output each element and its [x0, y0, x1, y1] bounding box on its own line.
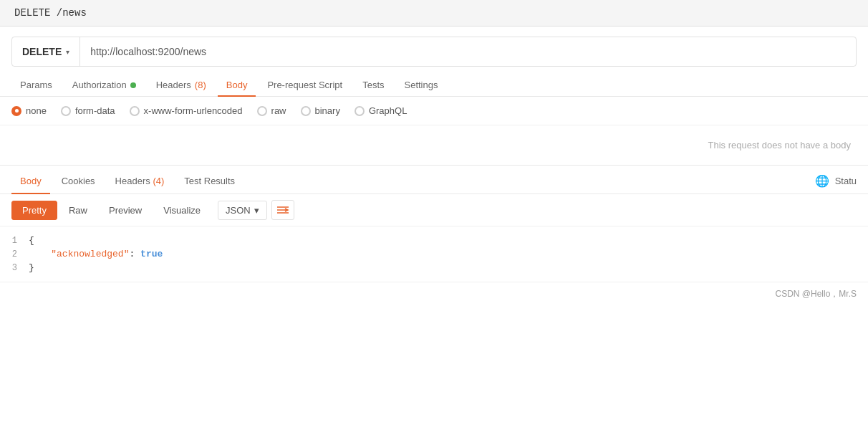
body-type-graphql[interactable]: GraphQL	[355, 105, 407, 116]
resp-tab-right: 🌐 Statu	[815, 174, 857, 188]
json-selector[interactable]: JSON ▾	[218, 201, 267, 220]
body-type-urlencoded[interactable]: x-www-form-urlencoded	[130, 105, 243, 116]
chevron-down-icon: ▾	[254, 205, 259, 216]
body-type-raw[interactable]: raw	[257, 105, 286, 116]
resp-tab-cookies[interactable]: Cookies	[53, 168, 104, 194]
method-selector[interactable]: DELETE ▾	[12, 37, 80, 66]
request-tabs-row: Params Authorization Headers (8) Body Pr…	[0, 74, 868, 97]
visualize-button[interactable]: Visualize	[153, 201, 211, 219]
tab-params[interactable]: Params	[11, 74, 61, 96]
resp-tab-body[interactable]: Body	[11, 168, 50, 194]
tab-pre-request-script[interactable]: Pre-request Script	[259, 74, 351, 96]
body-type-none[interactable]: none	[11, 105, 47, 116]
radio-none	[11, 106, 21, 116]
body-type-row: none form-data x-www-form-urlencoded raw…	[0, 97, 868, 125]
tab-settings[interactable]: Settings	[396, 74, 447, 96]
footer: CSDN @Hello，Mr.S	[0, 282, 868, 306]
empty-body-message: This request does not have a body	[0, 125, 868, 166]
title-bar: DELETE /news	[0, 0, 868, 27]
chevron-down-icon: ▾	[66, 48, 69, 56]
code-line-1: 1 {	[0, 234, 868, 247]
code-area: 1 { 2 "acknowledged": true 3 }	[0, 226, 868, 282]
radio-urlencoded	[130, 106, 140, 116]
tab-body[interactable]: Body	[218, 74, 256, 96]
url-input[interactable]	[80, 46, 856, 57]
radio-binary	[301, 106, 311, 116]
globe-icon[interactable]: 🌐	[815, 174, 829, 188]
radio-raw	[257, 106, 267, 116]
tab-tests[interactable]: Tests	[354, 74, 392, 96]
code-line-3: 3 }	[0, 261, 868, 274]
tab-authorization[interactable]: Authorization	[64, 74, 145, 96]
radio-form-data	[61, 106, 71, 116]
body-type-form-data[interactable]: form-data	[61, 105, 115, 116]
code-line-2: 2 "acknowledged": true	[0, 247, 868, 261]
wrap-lines-button[interactable]	[271, 200, 294, 220]
tab-headers[interactable]: Headers (8)	[148, 74, 215, 96]
response-tabs-row: Body Cookies Headers (4) Test Results 🌐 …	[0, 168, 868, 194]
preview-button[interactable]: Preview	[99, 201, 152, 219]
resp-tab-test-results[interactable]: Test Results	[175, 168, 243, 194]
status-label: Statu	[835, 176, 857, 186]
title-text: DELETE /news	[14, 7, 87, 19]
pretty-button[interactable]: Pretty	[11, 201, 57, 220]
resp-tab-headers[interactable]: Headers (4)	[107, 168, 173, 194]
request-bar: DELETE ▾	[11, 37, 857, 67]
auth-status-dot	[130, 82, 136, 88]
body-type-binary[interactable]: binary	[301, 105, 340, 116]
format-toolbar: Pretty Raw Preview Visualize JSON ▾	[0, 194, 868, 226]
method-label: DELETE	[22, 46, 62, 57]
radio-graphql	[355, 106, 365, 116]
page-wrapper: DELETE /news DELETE ▾ Params Authorizati…	[0, 0, 868, 430]
raw-button[interactable]: Raw	[59, 201, 97, 219]
